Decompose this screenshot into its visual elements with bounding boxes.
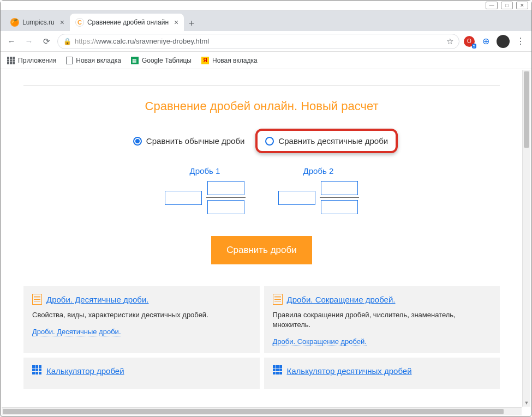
vertical-scrollbar[interactable]: ▲ ▼: [522, 70, 530, 407]
bookmark-label: Новая вкладка: [212, 57, 258, 64]
card-description: Свойства, виды, характеристики десятичны…: [32, 310, 251, 320]
bookmark-item[interactable]: Я Новая вкладка: [201, 57, 258, 64]
tab-calc[interactable]: С Сравнение дробей онлайн ×: [70, 14, 184, 31]
maximize-button[interactable]: □: [501, 2, 513, 9]
card-reduce-fractions: Дроби. Сокращение дробей. Правила сокращ…: [264, 286, 500, 353]
radio-icon: [265, 137, 274, 146]
card-decimal-fractions: Дроби. Десятичные дроби. Свойства, виды,…: [23, 286, 260, 353]
fraction-2-whole-input[interactable]: [278, 191, 315, 205]
radio-common-fractions[interactable]: Сравнить обычные дроби: [125, 131, 253, 151]
related-cards-row: Калькулятор дробей Калькулятор десятичны…: [23, 358, 500, 389]
bookmark-label: Google Таблицы: [142, 57, 192, 64]
calculator-icon: [32, 365, 42, 376]
apps-icon: [7, 57, 15, 64]
fraction-2-denominator-input[interactable]: [321, 200, 358, 214]
fraction-1-whole-input[interactable]: [165, 191, 202, 205]
divider: [23, 86, 500, 86]
fraction-line: [206, 197, 246, 198]
tab-lumpics[interactable]: 🍊 Lumpics.ru ×: [5, 14, 70, 31]
forward-button: →: [22, 35, 35, 48]
address-bar[interactable]: 🔒 https://www.calc.ru/sravneniye-drobey.…: [57, 34, 459, 49]
bookmark-item[interactable]: Новая вкладка: [66, 57, 121, 64]
page-heading: Сравнение дробей онлайн. Новый расчет: [23, 99, 500, 113]
card-title-link[interactable]: Калькулятор дробей: [46, 366, 124, 376]
minimize-button[interactable]: —: [486, 2, 498, 9]
profile-avatar[interactable]: [497, 35, 510, 48]
fractions-input-row: Дробь 1 Дробь 2: [23, 166, 500, 214]
close-window-button[interactable]: ✕: [516, 2, 528, 9]
tab-title: Сравнение дробей онлайн: [87, 19, 169, 26]
browser-window: — □ ✕ 🍊 Lumpics.ru × С Сравнение дробей …: [0, 0, 532, 417]
bookmark-star-icon[interactable]: ☆: [446, 37, 453, 46]
fraction-1-denominator-input[interactable]: [207, 200, 244, 214]
extension-opera-icon[interactable]: O5: [464, 36, 475, 47]
translate-icon[interactable]: ⊕: [479, 35, 492, 48]
card-title-link[interactable]: Калькулятор десятичных дробей: [287, 366, 412, 376]
apps-label: Приложения: [18, 57, 56, 64]
close-tab-icon[interactable]: ×: [174, 18, 178, 27]
compare-button[interactable]: Сравнить дроби: [211, 236, 312, 264]
reload-button[interactable]: ⟳: [40, 35, 53, 48]
document-icon: [273, 294, 283, 305]
radio-decimal-fractions[interactable]: Сравнить десятичные дроби: [255, 129, 398, 153]
bookmark-label: Новая вкладка: [76, 57, 121, 64]
fraction-line: [320, 197, 359, 198]
radio-label: Сравнить обычные дроби: [146, 136, 245, 146]
toolbar: ← → ⟳ 🔒 https://www.calc.ru/sravneniye-d…: [1, 31, 531, 52]
back-button[interactable]: ←: [5, 35, 18, 48]
tab-strip: 🍊 Lumpics.ru × С Сравнение дробей онлайн…: [1, 10, 531, 31]
fraction-label: Дробь 1: [165, 166, 246, 176]
sheets-icon: ▦: [131, 57, 139, 64]
fraction-type-radio-group: Сравнить обычные дроби Сравнить десятичн…: [23, 129, 500, 153]
card-title-link[interactable]: Дроби. Десятичные дроби.: [46, 295, 149, 304]
tab-title: Lumpics.ru: [22, 19, 55, 26]
new-tab-button[interactable]: +: [184, 16, 199, 31]
yandex-icon: Я: [201, 57, 209, 64]
page-content: Сравнение дробей онлайн. Новый расчет Ср…: [2, 70, 522, 407]
favicon-lumpics: 🍊: [10, 18, 19, 27]
calculator-icon: [273, 365, 283, 376]
scroll-down-arrow[interactable]: ▼: [523, 398, 530, 407]
card-description: Правила сокращения дробей, числитель, зн…: [273, 310, 492, 330]
document-icon: [32, 294, 42, 305]
horizontal-scrollbar[interactable]: [2, 407, 522, 415]
fraction-2: Дробь 2: [278, 166, 359, 214]
fraction-label: Дробь 2: [278, 166, 359, 176]
radio-label: Сравнить десятичные дроби: [278, 136, 388, 146]
url-text: https://www.calc.ru/sravneniye-drobey.ht…: [75, 37, 443, 45]
bookmark-item[interactable]: ▦ Google Таблицы: [131, 57, 192, 64]
fraction-1: Дробь 1: [165, 166, 246, 214]
close-tab-icon[interactable]: ×: [60, 18, 64, 27]
page-icon: [66, 57, 73, 64]
radio-icon: [133, 137, 142, 146]
scrollbar-thumb[interactable]: [3, 409, 504, 414]
bookmarks-bar: Приложения Новая вкладка ▦ Google Таблиц…: [1, 52, 531, 69]
card-title-link[interactable]: Дроби. Сокращение дробей.: [287, 295, 396, 304]
favicon-calc: С: [75, 18, 84, 27]
window-titlebar: — □ ✕: [1, 1, 531, 10]
apps-shortcut[interactable]: Приложения: [7, 57, 56, 64]
lock-icon: 🔒: [63, 38, 71, 45]
fraction-1-numerator-input[interactable]: [207, 181, 244, 195]
card-footer-link[interactable]: Дроби. Сокращение дробей.: [273, 337, 367, 346]
menu-button[interactable]: ⋮: [514, 35, 527, 48]
scrollbar-thumb[interactable]: [524, 71, 529, 148]
fraction-2-numerator-input[interactable]: [321, 181, 358, 195]
card-decimal-calculator: Калькулятор десятичных дробей: [264, 358, 500, 389]
card-fraction-calculator: Калькулятор дробей: [23, 358, 260, 389]
card-footer-link[interactable]: Дроби. Десятичные дроби.: [32, 328, 121, 336]
related-cards-row: Дроби. Десятичные дроби. Свойства, виды,…: [23, 286, 500, 353]
